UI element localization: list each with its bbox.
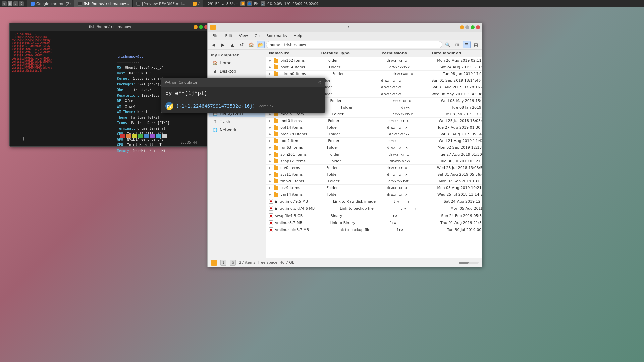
fm-back-btn[interactable]: ◀ (210, 41, 218, 48)
table-row[interactable]: ▶mnt0 itemsFolderdrwxr-xr-xWed 25 Jul 20… (266, 118, 482, 124)
row-name-cell: ▶srv (269, 166, 286, 170)
fm-minimize-btn[interactable] (460, 25, 464, 29)
table-row[interactable]: ▶snap12 itemsFolderdrwxr-xr-xTue 30 Jul … (266, 158, 482, 165)
fm-status-properties-btn[interactable]: ⧉ (230, 260, 236, 266)
fm-forward-btn[interactable]: ▶ (219, 41, 227, 48)
workspace-1[interactable]: α (2, 1, 7, 6)
col-header-date[interactable]: Date Modified (432, 51, 482, 55)
taskbar-tab-chrome[interactable]: Google-chrome (2) (27, 0, 74, 7)
fm-location-bar[interactable]: home › trishmapow › (266, 41, 442, 48)
sidebar-item-network[interactable]: 🌐 Network (209, 126, 265, 134)
table-row[interactable]: ▶boot14 itemsFolderdrwxr-xr-xSat 24 Aug … (266, 64, 482, 71)
expand-arrow-icon[interactable]: ▶ (269, 59, 271, 62)
sidebar-item-home[interactable]: 🏠 Home (209, 59, 265, 67)
terminal-tab-label: fish /home/trishmapow... (84, 2, 129, 6)
sidebar-item-trash[interactable]: 🗑 Trash (209, 118, 265, 126)
fm-reload-btn[interactable]: ↺ (238, 41, 246, 48)
expand-arrow-icon[interactable]: ▶ (269, 133, 271, 136)
table-row[interactable]: ▶srv0 itemsFolderdrwxr-xr-xWed 25 Jul 20… (266, 165, 482, 171)
fm-menu-edit[interactable]: Edit (222, 33, 235, 39)
fm-menu-bookmarks[interactable]: Bookmarks (263, 33, 290, 39)
fm-menu-help[interactable]: Help (290, 33, 306, 39)
table-row[interactable]: ▶sbin261 itemsFolderdrwxr-xr-xTue 27 Aug… (266, 151, 482, 158)
fm-view-compact-btn[interactable]: ▤ (472, 41, 480, 48)
expand-arrow-icon[interactable]: ▶ (269, 119, 271, 122)
table-row[interactable]: ▶opt14 itemsFolderdrwxr-xr-xTue 27 Aug 2… (266, 124, 482, 131)
fm-location-home[interactable]: home (270, 43, 280, 47)
expand-arrow-icon[interactable]: ▶ (269, 126, 271, 129)
fm-location-user[interactable]: trishmapow (284, 43, 306, 47)
table-row[interactable]: ▶cdrom0 itemsFolderdrwxrwxr-xTue 08 Jan … (266, 71, 482, 77)
row-size: ? items (288, 139, 328, 143)
fm-menu-view[interactable]: View (236, 33, 251, 39)
lang-indicator[interactable]: EN (254, 2, 259, 6)
fm-close-btn[interactable] (476, 25, 480, 29)
file-icon: ■ (269, 206, 273, 211)
terminal-minimize-btn[interactable] (194, 25, 198, 29)
table-row[interactable]: ▶root? itemsFolderdrwx------Wed 21 Aug 2… (266, 138, 482, 144)
table-row[interactable]: ■initrd.img79.5 MBLink to Raw disk image… (266, 198, 482, 205)
expand-arrow-icon[interactable]: ▶ (269, 193, 271, 196)
table-row[interactable]: ▶bin162 itemsFolderdrwxr-xr-xMon 26 Aug … (266, 57, 482, 64)
workspace-2[interactable]: β (8, 1, 12, 6)
filemanager-status-text: 27 items, Free space: 46.7 GB (239, 260, 294, 265)
fm-status-toggle-btn[interactable]: 1 (220, 260, 226, 266)
fm-maximize-btn[interactable] (471, 25, 475, 29)
fm-unmax-btn[interactable] (465, 25, 469, 29)
table-row[interactable]: ▶proc370 itemsFolderdr-xr-xr-xSat 31 Aug… (266, 131, 482, 138)
tray-icon-3[interactable]: 🔊 (261, 1, 265, 6)
expand-arrow-icon[interactable]: ▶ (269, 180, 271, 183)
col-header-type[interactable]: Detailed Type (321, 51, 382, 55)
fm-view-icon-btn[interactable]: ⊞ (453, 41, 461, 48)
fm-home-btn[interactable]: 🏠 (247, 41, 255, 48)
fm-location-toggle-btn[interactable]: 📂 (257, 41, 265, 48)
table-row[interactable]: ▶usr9 itemsFolderdrwxr-xr-xMon 05 Aug 20… (266, 185, 482, 191)
col-header-perms[interactable]: Permissions (382, 51, 432, 55)
file-icon: ■ (269, 227, 273, 232)
row-filename: var (280, 192, 286, 197)
expand-arrow-icon[interactable]: ▶ (269, 72, 271, 75)
tray-icon-1[interactable]: 📶 (240, 1, 245, 6)
sidebar-item-desktop[interactable]: 🖥 Desktop (209, 67, 265, 75)
workspace-4[interactable]: δ (19, 1, 24, 6)
expand-arrow-icon[interactable]: ▶ (269, 166, 271, 169)
expand-arrow-icon[interactable]: ▶ (269, 113, 271, 116)
python-input[interactable]: py e**(1j*pi) (161, 87, 325, 99)
expand-arrow-icon[interactable]: ▶ (269, 173, 271, 176)
col-header-size[interactable]: Size (281, 51, 321, 55)
terminal-prompt[interactable]: $ _ (22, 137, 29, 141)
taskbar-tab-files[interactable]: / (189, 0, 203, 7)
row-permissions: drwxr-xr-x (387, 193, 437, 196)
fm-view-list-btn[interactable]: ☰ (463, 41, 471, 48)
fm-menu-file[interactable]: File (209, 33, 222, 39)
python-settings-icon[interactable]: ⚙ (318, 80, 322, 85)
expand-arrow-icon[interactable]: ▶ (269, 146, 271, 149)
taskbar-tab-preview[interactable]: [Preview README.md... (133, 0, 189, 7)
table-row[interactable]: ■vmlinuz.old8.7 MBLink to backup filelrw… (266, 226, 482, 233)
table-row[interactable]: ▶sys11 itemsFolderdr-xr-xr-xSat 31 Aug 2… (266, 171, 482, 178)
sysinfo-gpu1: NVIDIA GeForce 840 (127, 138, 163, 141)
sysinfo-os: Ubuntu 19.04 x86_64 (125, 66, 163, 69)
fm-up-btn[interactable]: ▲ (228, 41, 236, 48)
table-row[interactable]: ■vmlinuz8.7 MBLink to Binarylrw-------Th… (266, 219, 482, 226)
expand-arrow-icon[interactable]: ▶ (269, 139, 271, 142)
expand-arrow-icon[interactable]: ▶ (269, 160, 271, 163)
expand-arrow-icon[interactable]: ▶ (269, 66, 271, 69)
tray-icon-2[interactable]: 🔵 (247, 1, 252, 6)
fm-search-btn[interactable]: 🔍 (444, 41, 452, 48)
col-header-name[interactable]: Name (269, 51, 281, 55)
expand-arrow-icon[interactable]: ▶ (269, 153, 271, 156)
table-row[interactable]: ■initrd.img.old74.6 MBLink to backup fil… (266, 205, 482, 212)
table-row[interactable]: ▶run63 itemsFolderdrwxr-xr-xMon 02 Sep 2… (266, 144, 482, 151)
fm-menu-go[interactable]: Go (251, 33, 263, 39)
table-row[interactable]: ▶var14 itemsFolderdrwxr-xr-xWed 25 Jul 2… (266, 191, 482, 198)
fm-status-new-folder-icon[interactable] (211, 260, 217, 266)
row-size: 14 items (286, 125, 327, 130)
terminal-maximize-btn[interactable] (199, 25, 203, 29)
table-row[interactable]: ▶tmp26 itemsFolderdrwxrwxrwtMon 02 Sep 2… (266, 178, 482, 185)
taskbar-tab-terminal[interactable]: fish /home/trishmapow... (74, 0, 133, 7)
workspace-3[interactable]: γ (13, 1, 18, 6)
sysinfo-label-packages: Packages: (117, 82, 137, 86)
expand-arrow-icon[interactable]: ▶ (269, 186, 271, 189)
table-row[interactable]: ■swapfile4.3 GBBinary-rw-------Sun 24 Fe… (266, 212, 482, 219)
